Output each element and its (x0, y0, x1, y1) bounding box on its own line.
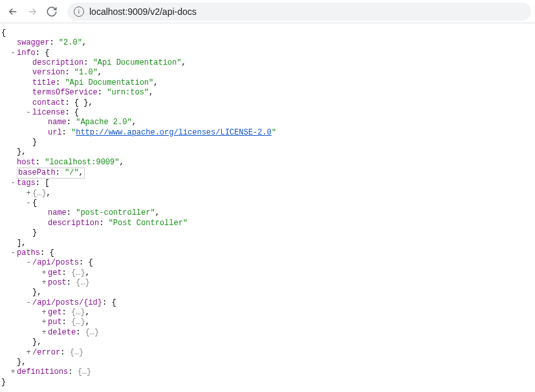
json-line: host: "localhost:9009", (1, 158, 534, 168)
json-line: name: "post-controller", (1, 208, 534, 218)
json-line: swagger: "2.0", (1, 38, 534, 48)
reload-button[interactable] (43, 3, 61, 21)
json-line: { (1, 28, 534, 38)
json-line: +definitions: {…} (1, 367, 534, 377)
json-line-highlighted: basePath: "/", (1, 168, 534, 179)
address-bar[interactable]: i localhost:9009/v2/api-docs (67, 3, 531, 21)
expand-toggle[interactable]: + (25, 189, 32, 199)
expand-toggle[interactable]: + (40, 318, 48, 327)
collapse-toggle[interactable]: - (25, 258, 32, 268)
collapse-toggle[interactable]: - (9, 248, 17, 258)
json-line: title: "Api Documentation", (1, 78, 534, 88)
json-line: termsOfService: "urn:tos", (1, 88, 534, 98)
collapse-toggle[interactable]: - (25, 108, 32, 118)
json-line: +get: {…}, (1, 268, 534, 278)
browser-toolbar: i localhost:9009/v2/api-docs (0, 0, 535, 23)
json-line: ], (1, 239, 534, 248)
info-icon[interactable]: i (74, 6, 84, 17)
expand-toggle[interactable]: + (40, 308, 48, 318)
json-line: -paths: { (1, 248, 534, 258)
json-line: }, (1, 338, 534, 347)
json-line: contact: { }, (1, 98, 534, 108)
json-line: description: "Api Documentation", (1, 58, 534, 68)
json-line: description: "Post Controller" (1, 219, 534, 228)
expand-toggle[interactable]: + (25, 348, 32, 358)
back-button[interactable] (4, 3, 22, 21)
license-url-link[interactable]: http://www.apache.org/licenses/LICENSE-2… (76, 128, 271, 137)
json-line: +/error: {…} (1, 348, 534, 358)
json-line: -tags: [ (1, 179, 534, 188)
collapse-toggle[interactable]: - (9, 49, 17, 58)
json-line: +delete: {…} (1, 328, 534, 338)
expand-toggle[interactable]: + (40, 278, 48, 288)
json-line: } (1, 138, 534, 147)
json-line: -{ (1, 199, 534, 208)
json-line: } (1, 228, 534, 238)
collapse-toggle[interactable]: - (9, 179, 17, 188)
json-line: -/api/posts: { (1, 258, 534, 268)
json-line: } (1, 378, 534, 387)
arrow-right-icon (27, 6, 38, 17)
json-line: +get: {…}, (1, 308, 534, 318)
json-line: }, (1, 147, 534, 157)
json-line: version: "1.0", (1, 68, 534, 78)
expand-toggle[interactable]: + (9, 367, 17, 377)
json-line: -license: { (1, 108, 534, 118)
arrow-left-icon (7, 6, 19, 17)
expand-toggle[interactable]: + (40, 328, 48, 338)
expand-toggle[interactable]: + (40, 268, 48, 278)
json-line: +post: {…} (1, 278, 534, 288)
url-text: localhost:9009/v2/api-docs (89, 6, 197, 17)
json-line: name: "Apache 2.0", (1, 118, 534, 127)
json-viewer: { swagger: "2.0", -info: { description: … (0, 23, 535, 392)
collapse-toggle[interactable]: - (25, 199, 32, 208)
json-line: -/api/posts/{id}: { (1, 298, 534, 308)
json-line: +put: {…}, (1, 318, 534, 327)
collapse-toggle[interactable]: - (25, 298, 32, 308)
forward-button[interactable] (23, 3, 41, 21)
json-line: -info: { (1, 49, 534, 58)
json-line: +{…}, (1, 189, 534, 199)
json-line: }, (1, 288, 534, 298)
json-line: }, (1, 358, 534, 367)
json-line: url: "http://www.apache.org/licenses/LIC… (1, 128, 534, 138)
reload-icon (46, 6, 58, 17)
